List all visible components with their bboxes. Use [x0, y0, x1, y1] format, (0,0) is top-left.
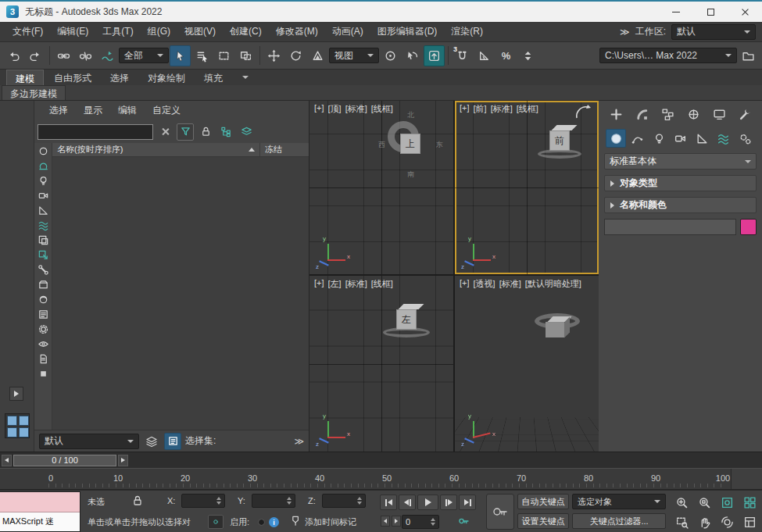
viewport-general-menu[interactable]: [+]	[460, 278, 470, 290]
selection-lock-toggle[interactable]	[131, 495, 144, 509]
ribbon-tab-populate[interactable]: 填充	[195, 70, 231, 85]
set-keys-button[interactable]	[486, 494, 514, 530]
toggle-display-hidden-icon[interactable]	[36, 337, 50, 351]
close-button[interactable]	[728, 2, 762, 22]
project-folder-field[interactable]: C:\Users\… Max 2022	[599, 48, 737, 63]
toggle-display-groups-icon[interactable]	[36, 234, 50, 247]
step-forward-button[interactable]	[392, 516, 401, 527]
viewport-pov-menu[interactable]: [左]	[328, 278, 342, 290]
ribbon-tab-object-paint[interactable]: 对象绘制	[139, 70, 194, 85]
object-color-swatch[interactable]	[740, 219, 757, 235]
zoom-extents-icon[interactable]	[716, 493, 738, 512]
go-to-start-button[interactable]	[380, 495, 397, 510]
select-and-move-button[interactable]	[263, 45, 284, 66]
step-back-button[interactable]	[381, 516, 390, 527]
toggle-display-layers-icon[interactable]	[36, 308, 50, 321]
redo-button[interactable]	[25, 45, 46, 66]
workspace-dropdown[interactable]: 默认	[671, 24, 756, 40]
toggle-display-cameras-icon[interactable]	[36, 189, 50, 202]
time-slider[interactable]: 0 / 100	[0, 452, 762, 468]
explorer-menu-select[interactable]: 选择	[42, 102, 75, 120]
modify-tab-icon[interactable]	[631, 105, 652, 123]
expand-panel-button[interactable]	[9, 387, 23, 401]
viewport-shading-menu[interactable]: [线框]	[371, 278, 393, 290]
toggle-display-shapes-icon[interactable]	[36, 159, 50, 173]
viewport-general-menu[interactable]: [+]	[314, 103, 324, 115]
toggle-display-containers-icon[interactable]	[36, 278, 50, 291]
explorer-search-input[interactable]	[38, 124, 153, 140]
menu-animation[interactable]: 动画(A)	[326, 22, 370, 41]
scene-object-list[interactable]	[52, 157, 309, 430]
viewport-general-menu[interactable]: [+]	[460, 103, 470, 115]
minimize-button[interactable]	[659, 2, 693, 22]
viewport-front[interactable]: [+] [前] [标准] [线框] 前 yxz	[455, 101, 599, 274]
pan-icon[interactable]	[693, 512, 715, 531]
select-by-name-button[interactable]	[191, 45, 213, 66]
select-object-button[interactable]	[170, 45, 191, 66]
time-tag-icon[interactable]	[291, 515, 302, 529]
toggle-display-lights-icon[interactable]	[36, 174, 50, 187]
key-filters-button[interactable]: 关键点过滤器...	[572, 513, 666, 529]
hierarchy-tab-icon[interactable]	[657, 105, 678, 123]
shapes-category-icon[interactable]	[628, 129, 648, 148]
toggle-display-materials-icon[interactable]	[36, 293, 50, 306]
geometry-category-icon[interactable]	[606, 129, 626, 148]
angle-snap-toggle-button[interactable]	[474, 45, 495, 66]
toggle-display-helpers-icon[interactable]	[36, 204, 50, 217]
sort-ascending-icon[interactable]	[249, 148, 255, 152]
zoom-region-icon[interactable]	[671, 512, 692, 531]
viewport-perspective[interactable]: [+] [透视] [标准] [默认明暗处理] yxz	[455, 276, 599, 452]
ribbon-tab-selection[interactable]: 选择	[102, 70, 138, 85]
toggle-display-geometry-icon[interactable]	[36, 145, 50, 158]
zoom-all-icon[interactable]	[693, 493, 715, 512]
selection-set-dropdown[interactable]: 默认	[39, 434, 139, 449]
lock-explorer-icon[interactable]	[197, 123, 214, 141]
y-coordinate-field[interactable]	[252, 494, 295, 508]
unlink-selection-icon[interactable]	[75, 45, 96, 66]
viewport-shading-menu[interactable]: [线框]	[371, 103, 393, 115]
clear-search-icon[interactable]	[156, 123, 174, 141]
info-icon[interactable]	[269, 517, 279, 527]
maximize-button[interactable]	[693, 2, 728, 22]
bind-to-space-warp-icon[interactable]	[97, 45, 118, 66]
ribbon-minimize-button[interactable]	[233, 70, 249, 85]
scene-explorer-toggle-button[interactable]	[164, 433, 181, 450]
set-key-toggle[interactable]: 设置关键点	[517, 513, 569, 529]
explorer-menu-display[interactable]: 显示	[77, 102, 109, 120]
hierarchy-view-icon[interactable]	[217, 123, 234, 141]
rollout-object-type[interactable]: 对象类型	[604, 175, 757, 191]
maximize-viewport-icon[interactable]	[739, 512, 760, 531]
viewport-pov-menu[interactable]: [前]	[474, 103, 487, 115]
add-time-tag-label[interactable]: 添加时间标记	[305, 516, 356, 528]
viewport-top[interactable]: [+] [顶] [标准] [线框] 上 北 东 南 西 yxz	[309, 101, 453, 274]
rectangular-selection-region-icon[interactable]	[213, 45, 234, 66]
rollout-name-color[interactable]: 名称和颜色	[604, 197, 757, 213]
use-pivot-center-button[interactable]	[380, 45, 401, 66]
undo-button[interactable]	[3, 45, 24, 66]
zoom-extents-all-icon[interactable]	[739, 493, 760, 512]
ribbon-subtab-polygon-modeling[interactable]: 多边形建模	[2, 85, 66, 100]
viewcube-face[interactable]	[546, 322, 564, 337]
menu-graph-editors[interactable]: 图形编辑器(D)	[371, 22, 444, 41]
keyboard-shortcut-override-toggle[interactable]	[424, 45, 445, 66]
viewport-general-menu[interactable]: [+]	[314, 278, 324, 290]
explorer-menu-edit[interactable]: 编辑	[111, 102, 144, 120]
utilities-tab-icon[interactable]	[735, 105, 755, 123]
lights-category-icon[interactable]	[649, 129, 669, 148]
reference-coordinate-dropdown[interactable]: 视图	[329, 48, 379, 63]
select-and-manipulate-button[interactable]	[402, 45, 423, 66]
menu-file[interactable]: 文件(F)	[6, 22, 49, 41]
ribbon-tab-modeling[interactable]: 建模	[6, 70, 44, 85]
toggle-display-xrefs-icon[interactable]	[36, 248, 50, 262]
menu-rendering[interactable]: 渲染(R)	[445, 22, 489, 41]
percent-snap-toggle-button[interactable]: %	[495, 45, 517, 66]
display-tab-icon[interactable]	[709, 105, 729, 123]
toggle-display-spacewarps-icon[interactable]	[36, 219, 50, 232]
window-crossing-toggle-icon[interactable]	[235, 45, 256, 66]
layer-view-icon[interactable]	[238, 123, 255, 141]
select-and-link-icon[interactable]	[53, 45, 74, 66]
time-slider-prev-button[interactable]	[2, 455, 12, 466]
helpers-category-icon[interactable]	[692, 129, 712, 148]
column-header-frozen[interactable]: 冻结	[260, 143, 309, 156]
viewport-style-menu[interactable]: [标准]	[499, 278, 521, 290]
